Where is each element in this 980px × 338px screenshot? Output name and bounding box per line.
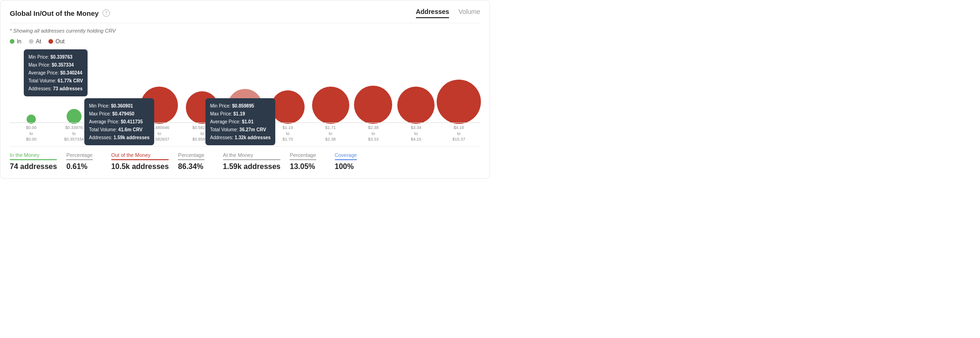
x-label-5: $0.859895to$1.19 <box>224 123 266 142</box>
in-money-value: 74 addresses <box>10 162 57 171</box>
summary-at-money: At the Money 1.59k addresses <box>204 152 281 171</box>
bubble-col-10 <box>437 49 480 124</box>
bubble-col-1 <box>53 49 95 124</box>
x-label-1: $0.33976to$0.357334 <box>53 123 95 142</box>
bubbles-row <box>10 49 480 124</box>
bubble-col-5 <box>224 49 266 124</box>
tab-volume[interactable]: Volume <box>458 8 480 18</box>
title-row: Global In/Out of the Money ? <box>10 9 110 17</box>
legend-in: In <box>10 38 21 45</box>
legend-label-in: In <box>17 38 21 45</box>
out-money-label: Out of the Money <box>111 152 169 160</box>
bubble-4[interactable] <box>186 91 218 124</box>
bubble-10[interactable] <box>437 80 481 124</box>
summary-coverage: Coverage 100% <box>316 152 357 171</box>
header: Global In/Out of the Money ? Addresses V… <box>10 8 480 23</box>
in-money-label: In the Money <box>10 152 57 160</box>
bubble-8[interactable] <box>354 86 392 124</box>
x-label-7: $1.71to$2.38 <box>309 123 352 142</box>
bubble-col-9 <box>395 49 437 124</box>
x-label-4: $0.582991to$0.859373 <box>181 123 224 142</box>
chart-area: Min Price: $0.339763 Max Price: $0.35733… <box>10 49 480 142</box>
help-icon[interactable]: ? <box>102 9 110 17</box>
x-label-0: $0.00to$0.00 <box>10 123 53 142</box>
bubble-col-6 <box>266 49 309 124</box>
legend-at: At <box>29 38 41 45</box>
at-money-label: At the Money <box>223 152 281 160</box>
bubble-6[interactable] <box>271 90 305 124</box>
legend-dot-out <box>48 39 53 44</box>
legend-dot-in <box>10 39 14 44</box>
out-pct-label: Percentage <box>178 152 204 160</box>
x-label-3: $0.480046to$0.582837 <box>138 123 181 142</box>
x-label-8: $2.38to$3.33 <box>352 123 395 142</box>
tabs: Addresses Volume <box>416 8 480 18</box>
tab-addresses[interactable]: Addresses <box>416 8 449 18</box>
bubble-col-7 <box>309 49 352 124</box>
at-pct-value: 13.05% <box>290 162 316 171</box>
summary-in-pct: Percentage 0.61% <box>57 152 92 171</box>
bubble-col-0 <box>10 49 53 124</box>
at-money-value: 1.59k addresses <box>223 162 281 171</box>
out-money-value: 10.5k addresses <box>111 162 169 171</box>
legend-label-at: At <box>36 38 41 45</box>
in-pct-value: 0.61% <box>66 162 92 171</box>
x-label-9: $3.34to$4.15 <box>395 123 437 142</box>
x-label-10: $4.16to$15.37 <box>437 123 480 142</box>
bubble-col-8 <box>352 49 395 124</box>
x-label-6: $1.19to$1.70 <box>266 123 309 142</box>
main-container: Global In/Out of the Money ? Addresses V… <box>0 0 490 179</box>
legend-out: Out <box>48 38 64 45</box>
bubble-7[interactable] <box>312 87 349 124</box>
summary-in-money: In the Money 74 addresses <box>10 152 57 171</box>
summary-out-pct: Percentage 86.34% <box>169 152 204 171</box>
bubble-3[interactable] <box>141 87 178 124</box>
bubble-9[interactable] <box>397 87 435 124</box>
in-pct-label: Percentage <box>66 152 92 160</box>
coverage-value: 100% <box>335 162 357 171</box>
page-title: Global In/Out of the Money <box>10 9 99 17</box>
out-pct-value: 86.34% <box>178 162 204 171</box>
bubble-col-2 <box>95 49 138 124</box>
summary-section: In the Money 74 addresses Percentage 0.6… <box>10 146 480 171</box>
bubble-2[interactable] <box>106 102 128 124</box>
subtitle: * Showing all addresses currently holdin… <box>10 28 480 34</box>
bubble-col-3 <box>138 49 181 124</box>
summary-out-money: Out of the Money 10.5k addresses <box>93 152 169 171</box>
legend-label-out: Out <box>55 38 64 45</box>
at-pct-label: Percentage <box>290 152 316 160</box>
bubble-5[interactable] <box>227 89 262 124</box>
coverage-label: Coverage <box>335 152 357 160</box>
bubble-col-4 <box>181 49 224 124</box>
x-label-2: $0.360901to$0.479450 <box>95 123 138 142</box>
summary-at-pct: Percentage 13.05% <box>280 152 316 171</box>
legend-dot-at <box>29 39 34 44</box>
bubble-1[interactable] <box>67 109 82 124</box>
legend: In At Out <box>10 38 480 45</box>
x-axis: $0.00to$0.00$0.33976to$0.357334$0.360901… <box>10 122 480 142</box>
